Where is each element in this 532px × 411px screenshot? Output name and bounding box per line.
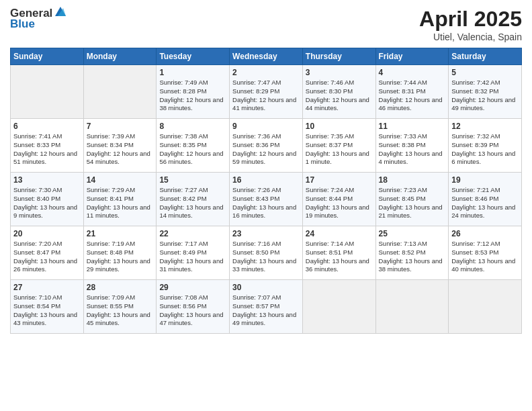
- day-number: 22: [159, 229, 226, 238]
- day-info: Sunrise: 7:08 AM Sunset: 8:56 PM Dayligh…: [159, 293, 226, 328]
- day-number: 4: [379, 68, 446, 77]
- calendar-cell: 29Sunrise: 7:08 AM Sunset: 8:56 PM Dayli…: [157, 280, 230, 334]
- day-number: 23: [232, 229, 300, 238]
- calendar-cell: 19Sunrise: 7:21 AM Sunset: 8:46 PM Dayli…: [449, 173, 522, 226]
- day-info: Sunrise: 7:47 AM Sunset: 8:29 PM Dayligh…: [232, 79, 300, 113]
- day-number: 15: [159, 175, 226, 185]
- calendar-cell: [375, 280, 449, 334]
- calendar-cell: 12Sunrise: 7:32 AM Sunset: 8:39 PM Dayli…: [449, 119, 522, 173]
- day-info: Sunrise: 7:46 AM Sunset: 8:30 PM Dayligh…: [306, 79, 373, 113]
- calendar-cell: 21Sunrise: 7:19 AM Sunset: 8:48 PM Dayli…: [83, 226, 157, 280]
- calendar-week-row: 27Sunrise: 7:10 AM Sunset: 8:54 PM Dayli…: [11, 280, 522, 334]
- day-number: 17: [306, 175, 373, 185]
- calendar-cell: 18Sunrise: 7:23 AM Sunset: 8:45 PM Dayli…: [375, 173, 449, 226]
- title-block: April 2025 Utiel, Valencia, Spain: [419, 7, 522, 42]
- calendar-cell: [449, 280, 522, 334]
- day-number: 8: [159, 122, 226, 131]
- weekday-header-tuesday: Tuesday: [157, 48, 230, 65]
- day-info: Sunrise: 7:42 AM Sunset: 8:32 PM Dayligh…: [451, 79, 519, 113]
- day-info: Sunrise: 7:13 AM Sunset: 8:52 PM Dayligh…: [379, 240, 446, 274]
- day-number: 25: [379, 229, 446, 238]
- day-info: Sunrise: 7:44 AM Sunset: 8:31 PM Dayligh…: [379, 79, 446, 113]
- calendar-location: Utiel, Valencia, Spain: [419, 32, 522, 42]
- calendar-cell: 11Sunrise: 7:33 AM Sunset: 8:38 PM Dayli…: [375, 119, 449, 173]
- calendar-cell: 10Sunrise: 7:35 AM Sunset: 8:37 PM Dayli…: [302, 119, 375, 173]
- calendar-cell: 23Sunrise: 7:16 AM Sunset: 8:50 PM Dayli…: [230, 226, 303, 280]
- calendar-cell: [302, 280, 375, 334]
- calendar-cell: 13Sunrise: 7:30 AM Sunset: 8:40 PM Dayli…: [11, 173, 84, 226]
- calendar-cell: 5Sunrise: 7:42 AM Sunset: 8:32 PM Daylig…: [449, 65, 522, 119]
- calendar-week-row: 1Sunrise: 7:49 AM Sunset: 8:28 PM Daylig…: [11, 65, 522, 119]
- day-number: 10: [306, 122, 373, 131]
- day-info: Sunrise: 7:27 AM Sunset: 8:42 PM Dayligh…: [159, 186, 226, 220]
- day-info: Sunrise: 7:49 AM Sunset: 8:28 PM Dayligh…: [159, 79, 226, 113]
- day-info: Sunrise: 7:23 AM Sunset: 8:45 PM Dayligh…: [379, 186, 446, 220]
- day-number: 12: [451, 122, 519, 131]
- day-info: Sunrise: 7:19 AM Sunset: 8:48 PM Dayligh…: [87, 240, 154, 274]
- day-number: 18: [379, 175, 446, 185]
- calendar-cell: 24Sunrise: 7:14 AM Sunset: 8:51 PM Dayli…: [302, 226, 375, 280]
- calendar-cell: 14Sunrise: 7:29 AM Sunset: 8:41 PM Dayli…: [83, 173, 157, 226]
- logo: General Blue: [10, 7, 67, 31]
- day-info: Sunrise: 7:16 AM Sunset: 8:50 PM Dayligh…: [232, 240, 300, 274]
- day-info: Sunrise: 7:29 AM Sunset: 8:41 PM Dayligh…: [87, 186, 154, 220]
- day-info: Sunrise: 7:38 AM Sunset: 8:35 PM Dayligh…: [159, 132, 226, 167]
- day-number: 11: [379, 122, 446, 131]
- day-number: 6: [13, 122, 81, 131]
- day-number: 2: [232, 68, 300, 77]
- calendar-cell: 20Sunrise: 7:20 AM Sunset: 8:47 PM Dayli…: [11, 226, 84, 280]
- day-number: 20: [13, 229, 81, 238]
- day-number: 29: [159, 283, 226, 292]
- day-info: Sunrise: 7:32 AM Sunset: 8:39 PM Dayligh…: [451, 132, 519, 167]
- calendar-cell: 15Sunrise: 7:27 AM Sunset: 8:42 PM Dayli…: [157, 173, 230, 226]
- calendar-cell: 26Sunrise: 7:12 AM Sunset: 8:53 PM Dayli…: [449, 226, 522, 280]
- calendar-cell: 16Sunrise: 7:26 AM Sunset: 8:43 PM Dayli…: [230, 173, 303, 226]
- logo-icon: [54, 5, 67, 19]
- calendar-cell: 17Sunrise: 7:24 AM Sunset: 8:44 PM Dayli…: [302, 173, 375, 226]
- day-info: Sunrise: 7:39 AM Sunset: 8:34 PM Dayligh…: [87, 132, 154, 167]
- day-info: Sunrise: 7:35 AM Sunset: 8:37 PM Dayligh…: [306, 132, 373, 167]
- day-number: 16: [232, 175, 300, 185]
- day-info: Sunrise: 7:21 AM Sunset: 8:46 PM Dayligh…: [451, 186, 519, 220]
- day-number: 26: [451, 229, 519, 238]
- calendar-title: April 2025: [419, 7, 522, 32]
- page: General Blue April 2025 Utiel, Valencia,…: [0, 0, 532, 411]
- day-number: 24: [306, 229, 373, 238]
- day-info: Sunrise: 7:33 AM Sunset: 8:38 PM Dayligh…: [379, 132, 446, 167]
- day-number: 9: [232, 122, 300, 131]
- day-number: 19: [451, 175, 519, 185]
- calendar-cell: 7Sunrise: 7:39 AM Sunset: 8:34 PM Daylig…: [83, 119, 157, 173]
- calendar-cell: 9Sunrise: 7:36 AM Sunset: 8:36 PM Daylig…: [230, 119, 303, 173]
- day-info: Sunrise: 7:07 AM Sunset: 8:57 PM Dayligh…: [232, 293, 300, 328]
- day-number: 28: [87, 283, 154, 292]
- day-info: Sunrise: 7:24 AM Sunset: 8:44 PM Dayligh…: [306, 186, 373, 220]
- calendar-cell: 4Sunrise: 7:44 AM Sunset: 8:31 PM Daylig…: [375, 65, 449, 119]
- day-info: Sunrise: 7:41 AM Sunset: 8:33 PM Dayligh…: [13, 132, 81, 167]
- calendar-cell: 30Sunrise: 7:07 AM Sunset: 8:57 PM Dayli…: [230, 280, 303, 334]
- day-info: Sunrise: 7:12 AM Sunset: 8:53 PM Dayligh…: [451, 240, 519, 274]
- day-number: 14: [87, 175, 154, 185]
- weekday-header-saturday: Saturday: [449, 48, 522, 65]
- day-number: 3: [306, 68, 373, 77]
- day-info: Sunrise: 7:14 AM Sunset: 8:51 PM Dayligh…: [306, 240, 373, 274]
- calendar-cell: [11, 65, 84, 119]
- calendar-cell: 22Sunrise: 7:17 AM Sunset: 8:49 PM Dayli…: [157, 226, 230, 280]
- day-number: 21: [87, 229, 154, 238]
- day-number: 30: [232, 283, 300, 292]
- calendar-table: SundayMondayTuesdayWednesdayThursdayFrid…: [10, 48, 522, 334]
- calendar-cell: 8Sunrise: 7:38 AM Sunset: 8:35 PM Daylig…: [157, 119, 230, 173]
- calendar-cell: 2Sunrise: 7:47 AM Sunset: 8:29 PM Daylig…: [230, 65, 303, 119]
- weekday-header-wednesday: Wednesday: [230, 48, 303, 65]
- calendar-cell: 28Sunrise: 7:09 AM Sunset: 8:55 PM Dayli…: [83, 280, 157, 334]
- calendar-week-row: 13Sunrise: 7:30 AM Sunset: 8:40 PM Dayli…: [11, 173, 522, 226]
- calendar-cell: 1Sunrise: 7:49 AM Sunset: 8:28 PM Daylig…: [157, 65, 230, 119]
- weekday-header-friday: Friday: [375, 48, 449, 65]
- day-info: Sunrise: 7:09 AM Sunset: 8:55 PM Dayligh…: [87, 293, 154, 328]
- calendar-cell: 3Sunrise: 7:46 AM Sunset: 8:30 PM Daylig…: [302, 65, 375, 119]
- calendar-cell: 25Sunrise: 7:13 AM Sunset: 8:52 PM Dayli…: [375, 226, 449, 280]
- calendar-cell: 6Sunrise: 7:41 AM Sunset: 8:33 PM Daylig…: [11, 119, 84, 173]
- calendar-cell: 27Sunrise: 7:10 AM Sunset: 8:54 PM Dayli…: [11, 280, 84, 334]
- day-info: Sunrise: 7:26 AM Sunset: 8:43 PM Dayligh…: [232, 186, 300, 220]
- weekday-header-thursday: Thursday: [302, 48, 375, 65]
- day-info: Sunrise: 7:36 AM Sunset: 8:36 PM Dayligh…: [232, 132, 300, 167]
